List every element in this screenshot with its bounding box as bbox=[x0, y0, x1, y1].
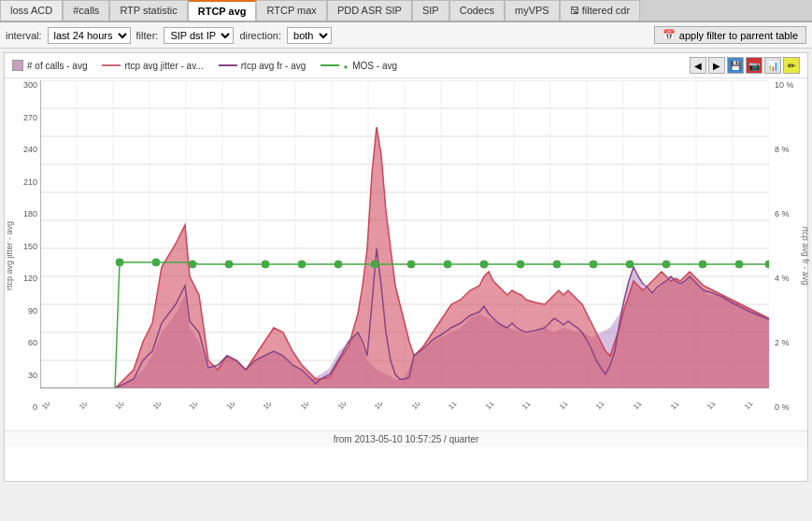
legend-mos-dot: ⬥ bbox=[343, 61, 349, 71]
prev-button[interactable]: ◀ bbox=[690, 57, 706, 74]
legend-fr: rtcp avg fr - avg bbox=[219, 61, 306, 71]
y-axis-left-title: rtcp avg jitter - avg bbox=[5, 220, 14, 289]
filter-label: filter: bbox=[136, 30, 159, 41]
svg-point-36 bbox=[262, 260, 269, 268]
save-button[interactable]: 💾 bbox=[727, 57, 744, 74]
tab-myvps[interactable]: myVPS bbox=[505, 0, 560, 21]
screenshot-button[interactable]: 📷 bbox=[746, 57, 762, 74]
tab-filtered-cdr[interactable]: 🖫 filtered cdr bbox=[560, 0, 640, 21]
table-button[interactable]: 📊 bbox=[764, 57, 781, 74]
chart-from-label: from 2013-05-10 10:57:25 / quarter bbox=[5, 430, 807, 447]
svg-point-43 bbox=[517, 260, 524, 268]
chart-area: # of calls - avg rtcp avg jitter - av...… bbox=[4, 52, 808, 482]
svg-point-49 bbox=[735, 260, 743, 268]
direction-label: direction: bbox=[239, 30, 281, 41]
edit-button[interactable]: ✏ bbox=[783, 57, 800, 74]
svg-point-41 bbox=[444, 260, 451, 268]
tab-codecs[interactable]: Codecs bbox=[449, 0, 505, 21]
tab-rtcp-max[interactable]: RTCP max bbox=[256, 0, 326, 21]
y-axis-right-title: rtcp avg fr - avg bbox=[802, 226, 811, 285]
svg-point-35 bbox=[225, 260, 233, 268]
legend-jitter: rtcp avg jitter - av... bbox=[102, 61, 203, 71]
svg-point-33 bbox=[152, 259, 160, 266]
tab-loss-acd[interactable]: loss ACD bbox=[0, 0, 63, 21]
apply-filter-button[interactable]: 📅 apply filter to parrent table bbox=[654, 26, 806, 44]
x-axis-labels: 10 10:57 10 12:12 10 13:27 10 14:42 10 1… bbox=[40, 402, 772, 429]
mos-dots bbox=[116, 259, 769, 268]
tab-rtcp-avg[interactable]: RTCP avg bbox=[188, 0, 257, 21]
svg-point-39 bbox=[371, 260, 378, 268]
svg-point-48 bbox=[699, 260, 706, 268]
direction-select[interactable]: both bbox=[287, 27, 332, 44]
main-chart-svg bbox=[40, 80, 769, 388]
chart-legend: # of calls - avg rtcp avg jitter - av...… bbox=[5, 53, 807, 78]
svg-point-32 bbox=[116, 259, 123, 266]
filter-select[interactable]: SIP dst IP bbox=[164, 27, 234, 44]
legend-mos-line bbox=[321, 64, 339, 66]
svg-point-38 bbox=[335, 260, 342, 268]
svg-point-34 bbox=[189, 260, 196, 268]
svg-point-40 bbox=[407, 260, 415, 268]
svg-point-42 bbox=[480, 260, 488, 268]
interval-select[interactable]: last 24 hours bbox=[48, 27, 131, 44]
legend-fr-line bbox=[219, 64, 237, 66]
svg-point-37 bbox=[298, 260, 306, 268]
controls-bar: interval: last 24 hours filter: SIP dst … bbox=[0, 22, 812, 49]
tab-pdd-asr-sip[interactable]: PDD ASR SIP bbox=[327, 0, 412, 21]
svg-point-45 bbox=[590, 260, 597, 268]
svg-point-47 bbox=[662, 260, 670, 268]
tab-rtp-statistic[interactable]: RTP statistic bbox=[109, 0, 187, 21]
svg-point-44 bbox=[553, 260, 561, 268]
tab-sip[interactable]: SIP bbox=[412, 0, 449, 21]
legend-mos: ⬥ MOS - avg bbox=[321, 61, 397, 71]
svg-point-50 bbox=[765, 260, 769, 268]
tab-calls[interactable]: #calls bbox=[63, 0, 109, 21]
legend-calls-box bbox=[12, 60, 23, 71]
next-button[interactable]: ▶ bbox=[708, 57, 725, 74]
legend-jitter-line bbox=[102, 64, 121, 66]
svg-point-46 bbox=[626, 260, 634, 268]
chart-controls: ◀ ▶ 💾 📷 📊 ✏ bbox=[690, 57, 800, 74]
calendar-icon: 📅 bbox=[662, 29, 676, 41]
legend-calls: # of calls - avg bbox=[12, 60, 87, 71]
interval-label: interval: bbox=[6, 30, 42, 41]
tab-bar: loss ACD #calls RTP statistic RTCP avg R… bbox=[0, 0, 812, 22]
